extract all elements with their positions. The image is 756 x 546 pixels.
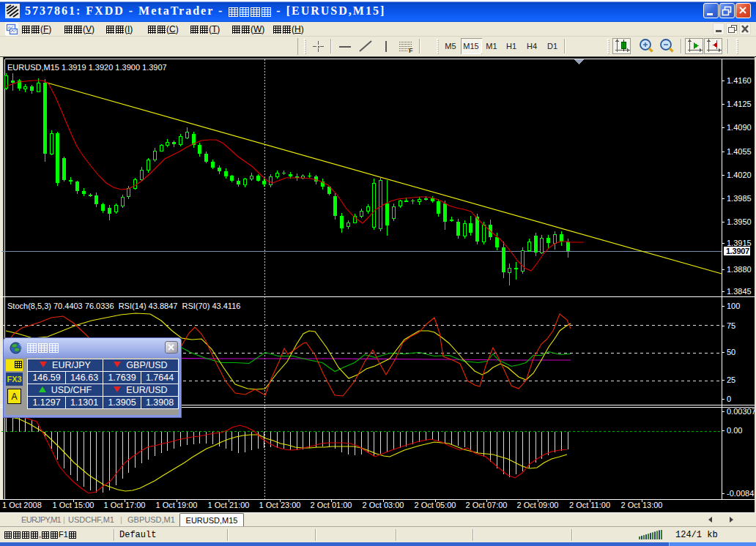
svg-text:75: 75 (727, 321, 735, 330)
svg-text:Stoch(8,5,3) 70.4403 76.0336: Stoch(8,5,3) 70.4403 76.0336 RSI(14) 43.… (7, 302, 240, 310)
svg-text:100: 100 (727, 302, 740, 310)
svg-text:-0.0084: -0.0084 (727, 489, 754, 498)
svg-text:50: 50 (727, 348, 735, 356)
svg-text:1.3845: 1.3845 (727, 287, 752, 296)
svg-text:1.4160: 1.4160 (727, 76, 752, 85)
svg-text:1.3950: 1.3950 (727, 217, 752, 226)
svg-text:EURUSD,M15 1.3919 1.3920 1.39: EURUSD,M15 1.3919 1.3920 1.3900 1.3907 (7, 63, 167, 72)
svg-text:D1: D1 (547, 42, 557, 51)
svg-text:0.00307: 0.00307 (727, 407, 756, 416)
svg-text:M5: M5 (445, 42, 456, 51)
svg-text:1 Oct 2008: 1 Oct 2008 (2, 501, 42, 509)
svg-text:1.3907: 1.3907 (726, 247, 749, 255)
svg-text:25: 25 (727, 375, 735, 384)
svg-text:F: F (409, 47, 413, 54)
svg-text:0: 0 (727, 394, 731, 403)
svg-text:M15: M15 (463, 42, 478, 51)
svg-text:H1: H1 (506, 42, 516, 51)
svg-text:1.4020: 1.4020 (727, 171, 752, 179)
svg-text:0.00: 0.00 (727, 426, 742, 435)
svg-text:M1: M1 (486, 42, 497, 51)
svg-text:H4: H4 (527, 42, 537, 51)
svg-text:1.3880: 1.3880 (727, 265, 752, 274)
svg-text:1.4125: 1.4125 (727, 100, 752, 108)
svg-text:1.4090: 1.4090 (727, 123, 752, 132)
svg-text:1.4055: 1.4055 (727, 147, 752, 156)
svg-text:1.3985: 1.3985 (727, 194, 752, 203)
